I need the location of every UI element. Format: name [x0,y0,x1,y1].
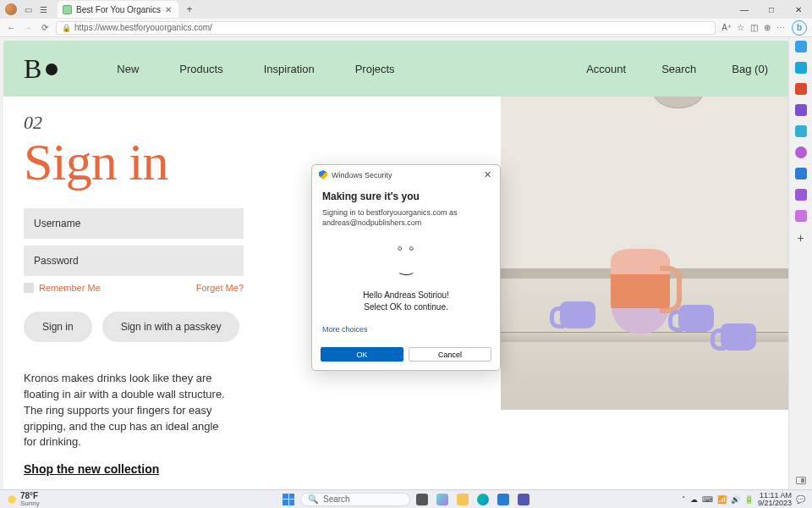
dialog-title: Windows Security [332,171,392,179]
nav-search[interactable]: Search [661,63,696,75]
notifications-icon[interactable]: 💬 [796,495,805,504]
checkbox-icon[interactable] [24,283,34,293]
signin-button[interactable]: Sign in [24,312,92,342]
read-aloud-icon[interactable]: A⁺ [721,23,732,32]
mug-graphic [560,301,595,329]
dialog-subtext: Signing in to bestforyouorganics.com as … [322,207,490,228]
hello-face-icon: ◦ ◦‿ [322,240,490,276]
dialog-message: Hello Andreas Sotiriou! Select OK to con… [322,290,490,313]
sidebar-bing-icon[interactable] [795,41,807,52]
tray-chevron-icon[interactable]: ˄ [682,495,686,504]
browser-tab[interactable]: Best For You Organics ✕ [58,1,178,18]
remember-me-toggle[interactable]: Remember Me [24,283,101,293]
favorite-icon[interactable]: ☆ [734,23,746,32]
split-screen-icon[interactable]: ◫ [748,23,760,32]
clock-date: 9/21/2023 [758,500,792,507]
taskbar-store-icon[interactable] [495,493,512,506]
url-text: https://www.bestforyouorganics.com/ [74,23,212,32]
nav-reload-button[interactable]: ⟳ [39,23,51,32]
shop-collection-link[interactable]: Shop the new collection [24,462,328,476]
nav-forward-button: → [22,23,34,32]
taskbar-chat-icon[interactable] [434,493,451,506]
new-tab-button[interactable]: + [182,3,197,15]
username-field[interactable]: Username [24,208,244,239]
favicon-icon [63,5,72,14]
dialog-cancel-button[interactable]: Cancel [409,347,491,362]
search-icon: 🔍 [308,494,318,504]
remember-label: Remember Me [39,283,101,293]
collections-icon[interactable]: ⊕ [761,23,773,32]
workspaces-icon[interactable]: ▭ [22,3,34,15]
hero-image [501,97,788,410]
nav-back-button[interactable]: ← [5,23,17,32]
sidebar-drop2-icon[interactable] [795,210,807,222]
sidebar-chat-icon[interactable] [795,62,807,74]
window-maximize-button[interactable]: □ [758,0,785,19]
dialog-instruction: Select OK to continue. [364,302,448,312]
page-heading: Sign in [24,135,328,188]
tray-onedrive-icon[interactable]: ☁ [690,495,698,504]
taskbar-edge-icon[interactable] [475,493,491,506]
sidebar-shopping-icon[interactable] [795,83,807,95]
tab-actions-icon[interactable]: ☰ [37,3,49,15]
window-minimize-button[interactable]: — [731,0,758,19]
promo-blurb: Kronos makes drinks look like they are f… [24,371,227,450]
tray-language-icon[interactable]: ⌨ [702,495,713,504]
nav-new[interactable]: New [117,63,139,75]
nav-bag[interactable]: Bag (0) [732,63,768,75]
taskbar-search-input[interactable]: 🔍 Search [300,493,410,506]
extensions-icon[interactable]: ⋯ [775,23,787,32]
site-logo[interactable]: B [24,53,58,85]
task-view-icon[interactable] [414,493,431,506]
dialog-heading: Making sure it's you [322,190,490,202]
logo-dot-icon [46,64,58,75]
mug-graphic [678,305,714,332]
edge-sidebar: + [788,37,812,489]
nav-account[interactable]: Account [586,63,626,75]
nav-products[interactable]: Products [179,63,222,75]
start-button[interactable] [280,493,297,506]
taskbar-explorer-icon[interactable] [454,493,471,506]
taskbar-weather-widget[interactable]: 78°F Sunny [7,492,40,507]
username-placeholder: Username [34,218,80,229]
tab-close-icon[interactable]: ✕ [165,5,172,14]
sidebar-people-icon[interactable] [795,104,807,116]
sidebar-doc-icon[interactable] [795,168,807,179]
sidebar-settings-icon[interactable] [796,477,806,484]
sidebar-drop-icon[interactable] [795,189,807,201]
taskbar-clock[interactable]: 11:11 AM 9/21/2023 [758,492,792,507]
dialog-ok-button[interactable]: OK [321,347,403,362]
lock-icon: 🔒 [62,24,71,32]
profile-avatar[interactable] [5,3,17,15]
tray-volume-icon[interactable]: 🔊 [731,495,740,504]
password-placeholder: Password [34,255,79,267]
forget-me-link[interactable]: Forget Me? [196,283,244,293]
tab-title: Best For You Organics [76,5,161,14]
dialog-greeting: Hello Andreas Sotiriou! [363,290,449,300]
weather-sun-icon [7,494,17,505]
url-input[interactable]: 🔒 https://www.bestforyouorganics.com/ [56,21,716,35]
nav-inspiration[interactable]: Inspiration [264,63,315,75]
windows-taskbar: 78°F Sunny 🔍 Search ˄ ☁ ⌨ 📶 🔊 🔋 11:11 AM… [0,489,812,508]
sidebar-ring-icon[interactable] [795,146,807,158]
more-choices-link[interactable]: More choices [322,325,490,334]
window-titlebar: ▭ ☰ Best For You Organics ✕ + — □ ✕ [0,0,812,19]
site-header: B New Products Inspiration Projects Acco… [3,41,788,97]
search-placeholder: Search [323,494,350,504]
dialog-close-button[interactable]: ✕ [482,169,493,180]
weather-temp: 78°F [20,492,40,500]
windows-security-dialog: Windows Security ✕ Making sure it's you … [311,164,501,371]
passkey-button[interactable]: Sign in with a passkey [102,312,240,342]
sidebar-send-icon[interactable] [795,125,807,137]
jug-graphic [611,249,670,334]
password-field[interactable]: Password [24,246,244,276]
tray-wifi-icon[interactable]: 📶 [717,495,727,504]
copilot-icon[interactable]: b [792,20,807,36]
taskbar-teams-icon[interactable] [515,493,532,506]
logo-letter: B [24,53,41,85]
tray-battery-icon[interactable]: 🔋 [744,495,754,504]
nav-projects[interactable]: Projects [355,63,395,75]
sidebar-add-icon[interactable]: + [797,231,804,245]
weather-condition: Sunny [20,500,40,507]
window-close-button[interactable]: ✕ [785,0,812,19]
